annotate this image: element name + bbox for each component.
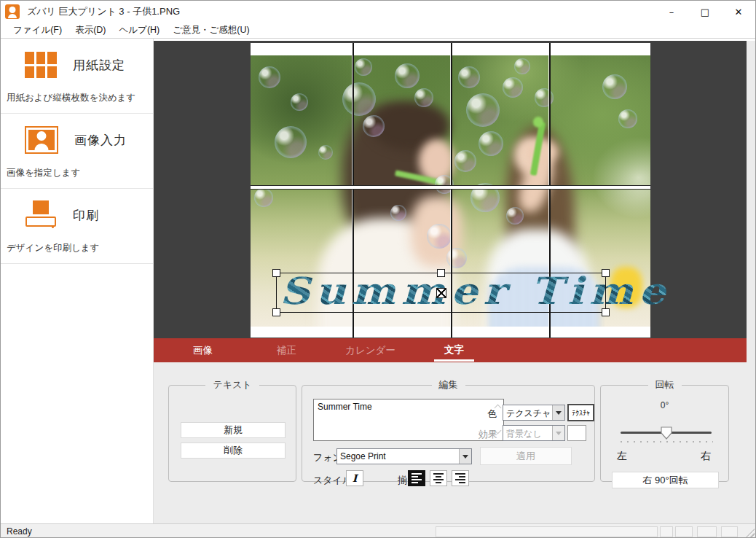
sidebar-item-description: 画像を指定します bbox=[7, 167, 147, 179]
window-title: ズバリ 巨大プリント 3 - 子供1.PNG bbox=[27, 5, 180, 18]
minimize-button[interactable]: – bbox=[655, 1, 688, 23]
align-center-icon bbox=[433, 473, 444, 483]
tab-image[interactable]: 画像 bbox=[161, 338, 245, 362]
photo-bubble bbox=[458, 66, 480, 88]
sidebar-item-description: 用紙および縦横枚数を決めます bbox=[7, 92, 147, 104]
tab-text[interactable]: 文字 bbox=[412, 338, 496, 362]
close-button[interactable]: ✕ bbox=[722, 1, 755, 23]
align-left-button[interactable] bbox=[408, 470, 425, 486]
align-right-button[interactable] bbox=[452, 470, 469, 486]
status-text: Ready bbox=[1, 526, 32, 537]
photo-bubble bbox=[363, 115, 385, 137]
sidebar-item-title: 用紙設定 bbox=[73, 57, 125, 74]
app-window: ズバリ 巨大プリント 3 - 子供1.PNG – □ ✕ ファイル(F) 表示(… bbox=[0, 0, 756, 538]
selection-handle-top-center[interactable] bbox=[437, 269, 445, 277]
selection-handle-top-right[interactable] bbox=[602, 269, 610, 277]
photo-shape bbox=[533, 117, 543, 128]
photo-bubble bbox=[395, 63, 420, 88]
page-grid-line-horizontal bbox=[251, 185, 650, 190]
design-canvas[interactable]: Summer Time bbox=[154, 41, 747, 338]
text-group-legend: テキスト bbox=[205, 378, 259, 391]
selection-handle-top-left[interactable] bbox=[272, 269, 280, 277]
menu-feedback[interactable]: ご意見・ご感想(U) bbox=[166, 23, 256, 38]
menu-help[interactable]: ヘルプ(H) bbox=[113, 23, 167, 38]
photo-bubble bbox=[479, 131, 503, 156]
rotate-left-label: 左 bbox=[617, 450, 627, 463]
chevron-down-icon[interactable] bbox=[552, 405, 564, 420]
app-icon bbox=[5, 4, 20, 19]
photo-bubble bbox=[446, 248, 467, 268]
photo-bubble bbox=[618, 109, 637, 128]
status-pane bbox=[675, 526, 693, 537]
text-content-input[interactable]: Summer Time bbox=[313, 399, 504, 441]
delete-text-button[interactable]: 削除 bbox=[181, 443, 286, 459]
effect-dropdown: 背景なし bbox=[503, 425, 565, 441]
sidebar-item-title: 画像入力 bbox=[74, 132, 127, 149]
sidebar-item-image-input[interactable]: 画像入力 画像を指定します bbox=[1, 114, 153, 189]
selection-move-handle[interactable] bbox=[436, 288, 446, 298]
print-page: Summer Time bbox=[251, 43, 650, 338]
text-group: テキスト 新規 削除 bbox=[168, 378, 296, 482]
new-text-button[interactable]: 新規 bbox=[181, 422, 286, 438]
font-dropdown[interactable]: Segoe Print bbox=[336, 448, 472, 464]
align-left-icon bbox=[412, 473, 422, 483]
sidebar-item-paper-settings[interactable]: 用紙設定 用紙および縦横枚数を決めます bbox=[1, 39, 153, 114]
text-selection-box[interactable] bbox=[276, 273, 606, 313]
photo-bubble bbox=[414, 88, 433, 107]
rotation-angle-value: 0° bbox=[601, 400, 728, 410]
photo-bubble bbox=[466, 93, 500, 127]
tab-calendar[interactable]: カレンダー bbox=[328, 338, 412, 362]
menu-bar: ファイル(F) 表示(D) ヘルプ(H) ご意見・ご感想(U) bbox=[1, 23, 755, 39]
resize-grip[interactable] bbox=[745, 529, 755, 538]
chevron-down-icon bbox=[552, 426, 564, 440]
photo-bubble bbox=[454, 150, 476, 172]
status-pane bbox=[660, 526, 673, 537]
photo-bubble bbox=[514, 58, 530, 74]
edit-group-legend: 編集 bbox=[432, 378, 465, 391]
sidebar-item-description: デザインを印刷します bbox=[7, 242, 147, 254]
photo-bubble bbox=[291, 93, 308, 111]
status-bar: Ready bbox=[1, 523, 755, 538]
rotation-slider[interactable] bbox=[621, 432, 712, 434]
menu-view[interactable]: 表示(D) bbox=[68, 23, 112, 38]
sidebar-item-print[interactable]: 印刷 デザインを印刷します bbox=[1, 189, 153, 264]
texture-button[interactable]: ﾃｸｽﾁｬ bbox=[567, 404, 594, 421]
maximize-button[interactable]: □ bbox=[688, 1, 722, 23]
align-right-icon bbox=[455, 473, 465, 483]
status-pane bbox=[436, 526, 658, 537]
printer-icon bbox=[25, 200, 57, 230]
selection-handle-bottom-left[interactable] bbox=[272, 308, 280, 316]
photo-bubble bbox=[275, 126, 307, 158]
photo-bubble bbox=[503, 77, 523, 98]
menu-file[interactable]: ファイル(F) bbox=[7, 23, 68, 38]
effect-label: 効果 bbox=[479, 428, 497, 441]
selection-handle-bottom-right[interactable] bbox=[602, 308, 610, 316]
apply-button: 適用 bbox=[480, 447, 572, 465]
photo-bubble bbox=[254, 188, 273, 207]
rotation-slider-ticks bbox=[621, 441, 713, 443]
italic-toggle-button[interactable]: I bbox=[346, 470, 363, 486]
rotate-group-legend: 回転 bbox=[648, 378, 682, 391]
align-center-button[interactable] bbox=[430, 470, 447, 486]
rotate-90-button[interactable]: 右 90°回転 bbox=[612, 472, 719, 488]
rotation-slider-thumb[interactable] bbox=[661, 426, 672, 443]
color-label: 色 bbox=[487, 408, 497, 421]
sidebar: 用紙設定 用紙および縦横枚数を決めます 画像入力 画像を指定します bbox=[1, 39, 154, 523]
paper-grid-icon bbox=[25, 52, 57, 78]
text-content-area: Summer Time bbox=[313, 399, 504, 441]
photo-bubble bbox=[318, 145, 333, 160]
status-pane bbox=[697, 526, 717, 537]
text-tool-panel: テキスト 新規 削除 編集 Summer Time 色 テクスチャ bbox=[154, 362, 755, 523]
tool-tab-bar: 画像 補正 カレンダー 文字 bbox=[154, 338, 747, 362]
photo-bubble bbox=[259, 66, 280, 88]
chevron-down-icon[interactable] bbox=[459, 449, 471, 464]
tab-correction[interactable]: 補正 bbox=[245, 338, 328, 362]
photo-shape bbox=[527, 139, 559, 163]
sidebar-item-title: 印刷 bbox=[73, 207, 99, 224]
image-input-icon bbox=[25, 126, 58, 154]
status-pane bbox=[721, 526, 738, 537]
effect-color-swatch bbox=[567, 425, 586, 441]
color-dropdown[interactable]: テクスチャ bbox=[503, 405, 565, 421]
photo-bubble bbox=[427, 224, 452, 249]
rotate-group: 回転 0° 左 右 右 90°回転 bbox=[600, 378, 729, 482]
